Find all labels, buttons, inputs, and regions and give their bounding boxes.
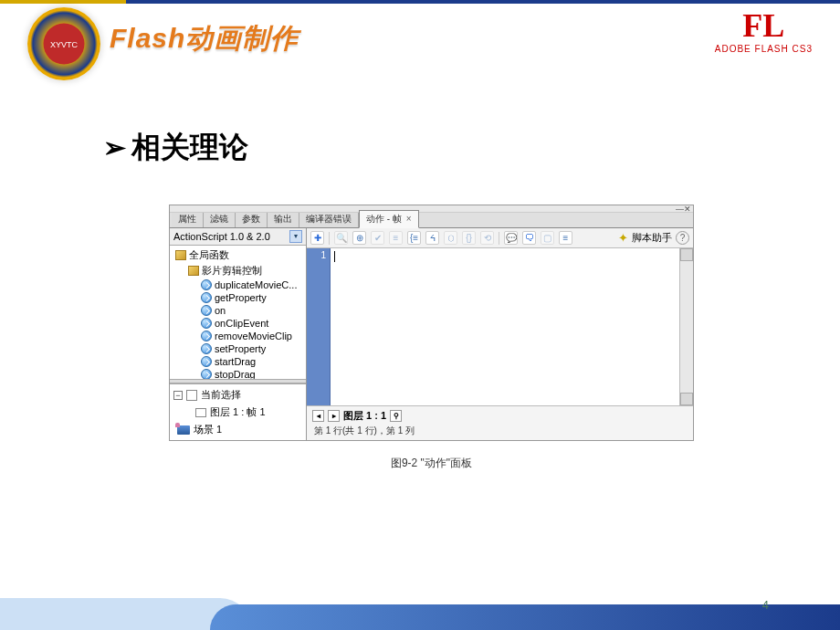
find-button[interactable]: 🔍 — [334, 231, 348, 245]
tree-fn[interactable]: setProperty — [170, 342, 306, 355]
layer-icon — [195, 408, 206, 417]
actions-panel: ―✕ 属性 滤镜 参数 输出 编译器错误 动作 - 帧 × ActionScri… — [169, 205, 694, 441]
tree-fn-label: duplicateMovieC... — [215, 279, 298, 290]
tree-fn[interactable]: onClipEvent — [170, 317, 306, 330]
tree-fn-label: getProperty — [215, 292, 267, 303]
footer-decoration — [0, 584, 840, 630]
slide-title: Flash动画制作 — [110, 20, 299, 58]
text-cursor — [334, 251, 335, 262]
tree-fn-label: onClipEvent — [215, 318, 268, 329]
status-nav: ◂ ▸ 图层 1 : 1 ⚲ — [312, 409, 688, 423]
function-icon — [201, 279, 212, 290]
slide-content: ➢相关理论 ―✕ 属性 滤镜 参数 输出 编译器错误 动作 - 帧 × — [0, 91, 840, 471]
header-accent-bar — [0, 0, 840, 4]
logo-center-text: XYVTC — [44, 24, 85, 65]
panel-tabs: 属性 滤镜 参数 输出 编译器错误 动作 - 帧 × — [170, 213, 693, 228]
nav-layer-label: 图层 1 : 帧 1 — [210, 405, 266, 419]
bullet-icon: ➢ — [103, 132, 126, 163]
tree-fn-label: setProperty — [215, 343, 266, 354]
as-version-label: ActionScript 1.0 & 2.0 — [173, 231, 270, 242]
autoformat-button[interactable]: ≡ — [389, 231, 403, 245]
tree-group-label: 影片剪辑控制 — [202, 264, 262, 278]
debug-button[interactable]: ᔦ — [425, 231, 439, 245]
uncomment-button[interactable]: 🗨 — [522, 231, 536, 245]
showhint-button[interactable]: ▢ — [541, 231, 554, 245]
function-icon — [201, 356, 212, 367]
check-syntax-button[interactable]: ✔ — [371, 231, 384, 245]
book-icon — [175, 250, 186, 260]
nav-fwd-button[interactable]: ▸ — [328, 410, 340, 422]
target-button[interactable]: ⊕ — [352, 231, 366, 245]
script-editor: ✚ 🔍 ⊕ ✔ ≡ {≡ ᔦ ⟮⟯ {} ⟲ 💬 🗨 — [307, 228, 693, 440]
add-script-button[interactable]: ✚ — [310, 231, 324, 245]
code-input[interactable] — [331, 248, 679, 405]
wand-icon: ✦ — [618, 231, 628, 245]
as-version-select[interactable]: ActionScript 1.0 & 2.0 ▾ — [170, 228, 306, 246]
slide-header: XYVTC Flash动画制作 FL ADOBE FLASH CS3 — [0, 0, 840, 91]
tree-fn[interactable]: stopDrag — [170, 368, 306, 379]
tab-filters[interactable]: 滤镜 — [204, 211, 236, 227]
help-button[interactable]: ? — [676, 231, 689, 245]
tab-output[interactable]: 输出 — [268, 211, 299, 227]
editor-status: ◂ ▸ 图层 1 : 1 ⚲ 第 1 行(共 1 行)，第 1 列 — [307, 405, 693, 440]
actions-sidebar: ActionScript 1.0 & 2.0 ▾ 全局函数 影片剪辑控制 dup… — [170, 228, 307, 440]
function-icon — [201, 331, 212, 341]
actions-panel-screenshot: ―✕ 属性 滤镜 参数 输出 编译器错误 动作 - 帧 × ActionScri… — [169, 205, 840, 471]
tab-params[interactable]: 参数 — [236, 211, 268, 227]
panel-grip[interactable]: ―✕ — [170, 205, 693, 213]
fl-icon: FL — [715, 9, 813, 42]
options-button[interactable]: ≡ — [559, 231, 572, 245]
line-gutter: 1 — [307, 248, 331, 405]
expand-button[interactable]: ⟲ — [480, 231, 494, 245]
tree-group[interactable]: 影片剪辑控制 — [170, 263, 306, 278]
script-navigator: − 当前选择 图层 1 : 帧 1 场景 1 — [170, 383, 306, 440]
tree-fn-label: on — [215, 305, 226, 316]
tree-fn[interactable]: startDrag — [170, 355, 306, 368]
nav-current-selection[interactable]: − 当前选择 — [170, 386, 306, 404]
nav-scene[interactable]: 场景 1 — [170, 421, 306, 438]
function-icon — [201, 318, 212, 329]
window-controls[interactable]: ―✕ — [676, 205, 691, 214]
tree-fn[interactable]: removeMovieClip — [170, 330, 306, 342]
fl-brand-text: ADOBE FLASH CS3 — [715, 44, 813, 54]
flash-brand-logo: FL ADOBE FLASH CS3 — [715, 9, 813, 54]
collapse-paren-button[interactable]: ⟮⟯ — [444, 231, 457, 245]
page-number: 4 — [762, 598, 769, 612]
tree-root[interactable]: 全局函数 — [170, 247, 306, 263]
status-layer-info: 图层 1 : 1 — [343, 409, 386, 423]
tab-properties[interactable]: 属性 — [172, 211, 204, 227]
comment-button[interactable]: 💬 — [504, 231, 518, 245]
college-logo: XYVTC — [27, 7, 100, 80]
tree-root-label: 全局函数 — [189, 248, 229, 262]
pin-script-button[interactable]: ⚲ — [390, 410, 402, 422]
nav-layer-frame[interactable]: 图层 1 : 帧 1 — [170, 404, 306, 421]
dropdown-icon[interactable]: ▾ — [289, 230, 302, 243]
tree-fn-label: stopDrag — [215, 369, 256, 379]
tree-fn[interactable]: duplicateMovieC... — [170, 278, 306, 291]
nav-scene-label: 场景 1 — [194, 423, 222, 436]
panel-body: ActionScript 1.0 & 2.0 ▾ 全局函数 影片剪辑控制 dup… — [170, 228, 693, 440]
tab-actions-label: 动作 - 帧 — [366, 214, 402, 224]
nav-back-button[interactable]: ◂ — [312, 410, 324, 422]
function-icon — [201, 292, 212, 303]
tree-fn-label: removeMovieClip — [215, 331, 292, 341]
tree-fn[interactable]: on — [170, 304, 306, 317]
tree-fn[interactable]: getProperty — [170, 291, 306, 304]
tab-actions[interactable]: 动作 - 帧 × — [359, 210, 419, 228]
tree-fn-label: startDrag — [215, 356, 256, 367]
cursor-position: 第 1 行(共 1 行)，第 1 列 — [312, 423, 688, 437]
script-assist-button[interactable]: 脚本助手 — [632, 231, 672, 245]
collapse-icon[interactable]: − — [173, 391, 183, 400]
wave-dark — [210, 604, 840, 630]
collapse-selection-button[interactable]: {} — [462, 231, 476, 245]
toolbar-right: ✦ 脚本助手 ? — [618, 231, 689, 245]
tab-close-icon[interactable]: × — [406, 214, 412, 224]
function-icon — [201, 343, 212, 354]
tab-compiler-errors[interactable]: 编译器错误 — [299, 211, 359, 227]
pin-icon — [186, 390, 197, 401]
vertical-scrollbar[interactable] — [679, 248, 693, 405]
codehint-button[interactable]: {≡ — [407, 231, 421, 245]
figure-caption: 图9-2 "动作"面板 — [169, 456, 694, 471]
book-icon — [188, 266, 199, 276]
scene-icon — [177, 425, 190, 435]
